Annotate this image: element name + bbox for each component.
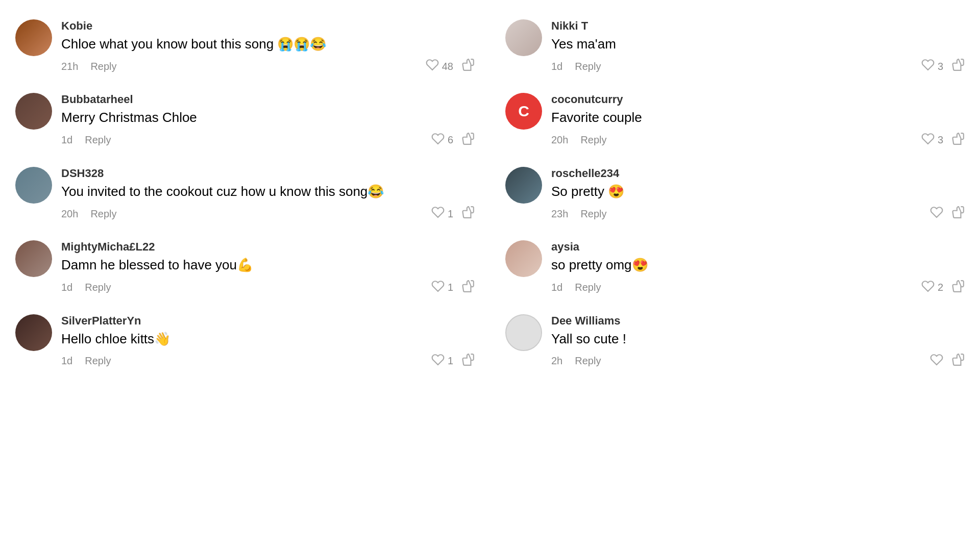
right-column: Nikki TYes ma'am1dReply3CcoconutcurryFav… bbox=[490, 10, 980, 379]
comment-actions: 1dReply1 bbox=[61, 280, 475, 296]
like-group: 1 bbox=[431, 206, 453, 222]
avatar bbox=[505, 167, 542, 204]
heart-icon[interactable] bbox=[431, 206, 445, 222]
like-group: 1 bbox=[431, 353, 453, 369]
heart-icon[interactable] bbox=[930, 353, 943, 369]
comment-item: aysiaso pretty omg😍1dReply2 bbox=[505, 231, 965, 305]
action-icons: 6 bbox=[431, 132, 475, 148]
comment-item: SilverPlatterYnHello chloe kitts👋1dReply… bbox=[15, 305, 475, 379]
like-group: 6 bbox=[431, 132, 453, 148]
reply-button[interactable]: Reply bbox=[575, 61, 601, 72]
comment-timestamp: 1d bbox=[551, 61, 562, 72]
like-count: 6 bbox=[448, 134, 453, 146]
comment-text: So pretty 😍 bbox=[551, 182, 965, 201]
reply-button[interactable]: Reply bbox=[575, 282, 601, 293]
comment-body: aysiaso pretty omg😍1dReply2 bbox=[551, 240, 965, 295]
comment-username: MightyMicha£L22 bbox=[61, 240, 475, 254]
comment-body: SilverPlatterYnHello chloe kitts👋1dReply… bbox=[61, 314, 475, 369]
dislike-icon[interactable] bbox=[951, 58, 965, 74]
heart-icon[interactable] bbox=[431, 132, 445, 148]
comment-actions: 1dReply6 bbox=[61, 132, 475, 148]
heart-icon[interactable] bbox=[426, 58, 439, 74]
heart-icon[interactable] bbox=[930, 206, 943, 222]
dislike-icon[interactable] bbox=[951, 280, 965, 296]
comment-item: KobieChloe what you know bout this song … bbox=[15, 10, 475, 84]
dislike-icon[interactable] bbox=[951, 206, 965, 222]
like-count: 1 bbox=[448, 355, 453, 367]
dislike-icon[interactable] bbox=[951, 132, 965, 148]
dislike-icon[interactable] bbox=[461, 353, 475, 369]
reply-button[interactable]: Reply bbox=[90, 208, 116, 220]
action-icons: 2 bbox=[921, 280, 965, 296]
comment-actions: 20hReply3 bbox=[551, 132, 965, 148]
avatar bbox=[15, 93, 52, 130]
comment-body: Nikki TYes ma'am1dReply3 bbox=[551, 19, 965, 74]
comment-timestamp: 23h bbox=[551, 208, 568, 220]
like-count: 2 bbox=[938, 282, 943, 293]
comment-item: DSH328You invited to the cookout cuz how… bbox=[15, 158, 475, 231]
heart-icon[interactable] bbox=[921, 58, 935, 74]
comment-actions: 20hReply1 bbox=[61, 206, 475, 222]
comment-timestamp: 1d bbox=[61, 282, 72, 293]
comment-item: BubbatarheelMerry Christmas Chloe1dReply… bbox=[15, 84, 475, 157]
action-icons bbox=[930, 353, 965, 369]
comment-timestamp: 1d bbox=[61, 355, 72, 367]
comment-text: Merry Christmas Chloe bbox=[61, 108, 475, 127]
like-group: 3 bbox=[921, 132, 943, 148]
dislike-icon[interactable] bbox=[461, 206, 475, 222]
heart-icon[interactable] bbox=[921, 132, 935, 148]
comment-username: Kobie bbox=[61, 19, 475, 33]
reply-button[interactable]: Reply bbox=[85, 355, 111, 367]
avatar bbox=[15, 19, 52, 56]
like-group: 1 bbox=[431, 280, 453, 296]
comment-username: aysia bbox=[551, 240, 965, 254]
comment-username: DSH328 bbox=[61, 167, 475, 180]
like-group: 3 bbox=[921, 58, 943, 74]
like-group bbox=[930, 206, 943, 222]
comment-text: Favorite couple bbox=[551, 108, 965, 127]
comment-username: Dee Williams bbox=[551, 314, 965, 328]
dislike-icon[interactable] bbox=[461, 280, 475, 296]
reply-button[interactable]: Reply bbox=[90, 61, 116, 72]
like-group: 48 bbox=[426, 58, 453, 74]
action-icons: 3 bbox=[921, 58, 965, 74]
reply-button[interactable]: Reply bbox=[85, 282, 111, 293]
comment-actions: 21hReply48 bbox=[61, 58, 475, 74]
reply-button[interactable]: Reply bbox=[580, 134, 606, 146]
like-count: 48 bbox=[442, 61, 453, 72]
comment-username: Bubbatarheel bbox=[61, 93, 475, 106]
dislike-icon[interactable] bbox=[951, 353, 965, 369]
comment-actions: 1dReply2 bbox=[551, 280, 965, 296]
comment-item: MightyMicha£L22Damn he blessed to have y… bbox=[15, 231, 475, 305]
reply-button[interactable]: Reply bbox=[580, 208, 606, 220]
reply-button[interactable]: Reply bbox=[575, 355, 601, 367]
comment-username: coconutcurry bbox=[551, 93, 965, 106]
comment-body: roschelle234So pretty 😍23hReply bbox=[551, 167, 965, 222]
avatar bbox=[15, 240, 52, 277]
comment-item: roschelle234So pretty 😍23hReply bbox=[505, 158, 965, 231]
avatar bbox=[15, 314, 52, 351]
heart-icon[interactable] bbox=[431, 353, 445, 369]
comment-timestamp: 2h bbox=[551, 355, 562, 367]
heart-icon[interactable] bbox=[921, 280, 935, 296]
comment-text: Yes ma'am bbox=[551, 35, 965, 53]
comment-username: roschelle234 bbox=[551, 167, 965, 180]
reply-button[interactable]: Reply bbox=[85, 134, 111, 146]
comment-actions: 2hReply bbox=[551, 353, 965, 369]
heart-icon[interactable] bbox=[431, 280, 445, 296]
action-icons: 1 bbox=[431, 206, 475, 222]
comment-text: Hello chloe kitts👋 bbox=[61, 330, 475, 348]
left-column: KobieChloe what you know bout this song … bbox=[0, 10, 490, 379]
comment-timestamp: 1d bbox=[61, 134, 72, 146]
comment-item: CcoconutcurryFavorite couple20hReply3 bbox=[505, 84, 965, 157]
avatar bbox=[505, 240, 542, 277]
avatar bbox=[15, 167, 52, 204]
comment-text: You invited to the cookout cuz how u kno… bbox=[61, 182, 475, 201]
like-count: 3 bbox=[938, 61, 943, 72]
like-group: 2 bbox=[921, 280, 943, 296]
dislike-icon[interactable] bbox=[461, 132, 475, 148]
comment-text: Chloe what you know bout this song 😭😭😂 bbox=[61, 35, 475, 53]
comment-body: BubbatarheelMerry Christmas Chloe1dReply… bbox=[61, 93, 475, 148]
dislike-icon[interactable] bbox=[461, 58, 475, 74]
avatar bbox=[505, 19, 542, 56]
